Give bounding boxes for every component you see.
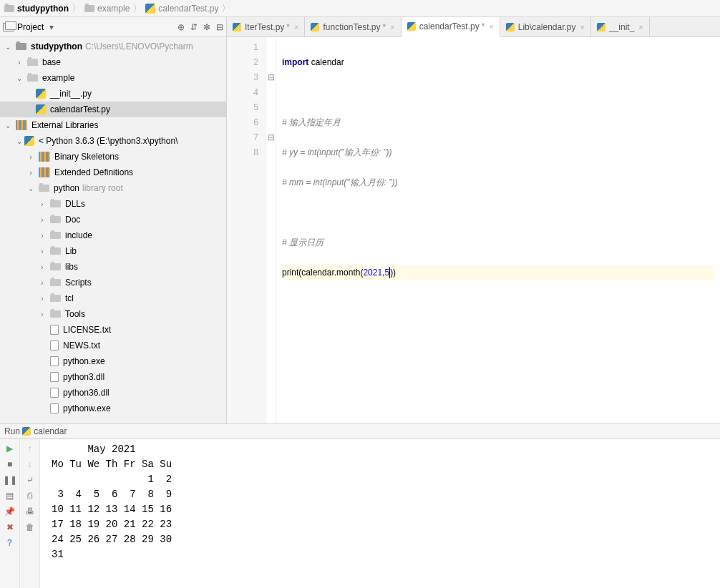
project-sidebar: Project ▾ ⊕ ⇵ ✻ ⊟ ⌄studypythonC:\Users\L…: [0, 17, 227, 423]
expand-arrow-icon[interactable]: ›: [37, 263, 47, 271]
project-view-icon[interactable]: [3, 23, 14, 31]
print-icon[interactable]: 🖶: [26, 506, 34, 516]
tree-item-label: python.exe: [63, 356, 105, 366]
python-file-icon: [506, 23, 515, 31]
tree-item-binary-skeletons[interactable]: ›Binary Skeletons: [0, 149, 226, 165]
tree-item-python[interactable]: ⌄pythonlibrary root: [0, 180, 226, 196]
dirty-indicator: *: [286, 22, 290, 32]
expand-arrow-icon[interactable]: ›: [37, 279, 47, 287]
tab-functiontest-py[interactable]: functionTest.py*×: [305, 17, 401, 36]
tree-item-lib[interactable]: ›Lib: [0, 243, 226, 259]
wrap-icon[interactable]: ⤶: [26, 475, 34, 485]
tree-item-python-exe[interactable]: ·python.exe: [0, 353, 226, 369]
tree-item-scripts[interactable]: ›Scripts: [0, 275, 226, 290]
keyword: import: [282, 57, 308, 67]
tree-item---init---py[interactable]: ·__init__.py: [0, 86, 226, 102]
down-icon[interactable]: ↓: [28, 459, 32, 469]
breadcrumb-file[interactable]: calendarTest.py: [158, 4, 218, 14]
trash-icon[interactable]: 🗑: [26, 522, 34, 532]
close-tab-icon[interactable]: ×: [294, 23, 298, 31]
tree-item-doc[interactable]: ›Doc: [0, 212, 226, 227]
sidebar-header: Project ▾ ⊕ ⇵ ✻ ⊟: [0, 17, 226, 37]
tree-item-calendartest-py[interactable]: ·calendarTest.py: [0, 102, 226, 117]
scroll-icon[interactable]: ⎙: [27, 491, 32, 501]
tree-item-label: External Libraries: [31, 120, 98, 130]
python-icon: [22, 427, 31, 436]
expand-arrow-icon[interactable]: ›: [14, 59, 24, 67]
hide-icon[interactable]: ⊟: [216, 22, 223, 32]
tree-item-license-txt[interactable]: ·LICENSE.txt: [0, 322, 226, 338]
tree-item-studypython[interactable]: ⌄studypythonC:\Users\LENOVO\Pycharm: [0, 39, 226, 54]
tree-item-news-txt[interactable]: ·NEWS.txt: [0, 338, 226, 353]
close-icon[interactable]: ✖: [6, 522, 14, 532]
file-icon: [50, 403, 59, 413]
autoscroll-icon[interactable]: ⊕: [177, 22, 185, 32]
tree-item-dlls[interactable]: ›DLLs: [0, 196, 226, 212]
breadcrumb-root[interactable]: studypython: [17, 4, 69, 14]
folder-icon: [27, 74, 38, 82]
expand-arrow-icon[interactable]: ›: [37, 248, 47, 255]
tree-item-label: tcl: [65, 293, 74, 303]
expand-arrow-icon[interactable]: ›: [26, 169, 36, 177]
expand-arrow-icon[interactable]: ›: [26, 153, 36, 161]
tree-item-tcl[interactable]: ›tcl: [0, 290, 226, 306]
console-output[interactable]: May 2021 Mo Tu We Th Fr Sa Su 1 2 3 4 5 …: [40, 439, 720, 588]
rerun-icon[interactable]: ▶: [6, 444, 13, 454]
tree-item-extended-definitions[interactable]: ›Extended Definitions: [0, 165, 226, 180]
expand-arrow-icon[interactable]: ›: [37, 295, 47, 303]
help-icon[interactable]: ?: [7, 538, 12, 548]
code-content[interactable]: import calendar # 输入指定年月 # yy = int(inpu…: [276, 37, 720, 423]
tree-item-label: python: [54, 183, 79, 193]
pause-icon[interactable]: ❚❚: [3, 475, 17, 485]
sidebar-title[interactable]: Project: [17, 22, 44, 32]
tree-item-python36-dll[interactable]: ·python36.dll: [0, 385, 226, 401]
collapse-arrow-icon[interactable]: ⌄: [3, 43, 13, 51]
line-number: 8: [227, 145, 258, 160]
tab---init-[interactable]: __init_×: [591, 17, 650, 36]
tree-item-example[interactable]: ⌄example: [0, 70, 226, 86]
collapse-icon[interactable]: ⇵: [190, 22, 198, 32]
tab-lib-calendar-py[interactable]: Lib\calendar.py×: [500, 17, 591, 36]
tree-item-pythonw-exe[interactable]: ·pythonw.exe: [0, 401, 226, 416]
expand-arrow-icon[interactable]: ›: [37, 216, 47, 224]
collapse-arrow-icon[interactable]: ⌄: [14, 137, 24, 145]
fold-column[interactable]: ⊟ ⊟: [266, 37, 276, 423]
close-tab-icon[interactable]: ×: [580, 23, 585, 31]
close-tab-icon[interactable]: ×: [489, 22, 493, 31]
tree-item-base[interactable]: ›base: [0, 54, 226, 70]
breadcrumb-folder[interactable]: example: [97, 4, 130, 14]
tree-item-tools[interactable]: ›Tools: [0, 306, 226, 322]
tree-item---python-3-6-3--e--python3-x-python-[interactable]: ⌄< Python 3.6.3 (E:\python3.x\python\: [0, 133, 226, 149]
collapse-arrow-icon[interactable]: ⌄: [26, 185, 36, 192]
run-config-name[interactable]: calendar: [34, 426, 67, 436]
tab-itertest-py[interactable]: IterTest.py*×: [227, 17, 305, 36]
tree-item-libs[interactable]: ›libs: [0, 259, 226, 275]
expand-arrow-icon[interactable]: ›: [37, 310, 47, 318]
project-tree[interactable]: ⌄studypythonC:\Users\LENOVO\Pycharm›base…: [0, 37, 226, 423]
dump-icon[interactable]: ▤: [6, 491, 14, 501]
tree-item-include[interactable]: ›include: [0, 227, 226, 243]
collapse-arrow-icon[interactable]: ⌄: [14, 74, 24, 82]
folder-icon: [50, 216, 61, 223]
file-icon: [50, 356, 59, 366]
tree-item-python3-dll[interactable]: ·python3.dll: [0, 369, 226, 385]
pin-icon[interactable]: 📌: [4, 506, 15, 516]
project-root-icon: [16, 43, 26, 50]
chevron-down-icon[interactable]: ▾: [49, 22, 54, 32]
close-tab-icon[interactable]: ×: [390, 23, 394, 31]
tab-label: Lib\calendar.py: [518, 22, 576, 32]
expand-arrow-icon[interactable]: ›: [37, 232, 47, 240]
folder-icon: [39, 185, 49, 192]
tab-calendartest-py[interactable]: calendarTest.py*×: [402, 17, 500, 37]
up-icon[interactable]: ↑: [28, 444, 32, 454]
collapse-arrow-icon[interactable]: ⌄: [3, 122, 13, 129]
tree-item-external-libraries[interactable]: ⌄External Libraries: [0, 117, 226, 133]
editor-body[interactable]: 12345678 ⊟ ⊟ import calendar # 输入指定年月 # …: [227, 37, 720, 423]
python-file-icon: [24, 136, 34, 146]
stop-icon[interactable]: ■: [7, 459, 12, 469]
run-panel: ▶ ■ ❚❚ ▤ 📌 ✖ ? ↑ ↓ ⤶ ⎙ 🖶 🗑 May 2021 Mo T…: [0, 439, 720, 588]
expand-arrow-icon[interactable]: ›: [37, 200, 47, 208]
close-tab-icon[interactable]: ×: [638, 23, 643, 31]
gear-icon[interactable]: ✻: [203, 22, 210, 32]
run-label[interactable]: Run: [4, 426, 20, 436]
